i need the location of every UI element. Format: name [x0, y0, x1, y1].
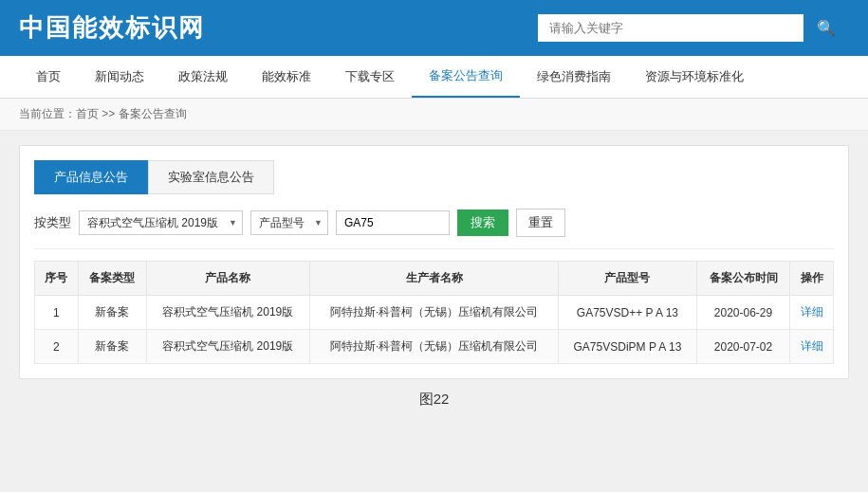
tab-lab-announcement[interactable]: 实验室信息公告 — [148, 160, 274, 194]
col-header-action: 操作 — [790, 262, 834, 296]
col-header-date: 备案公布时间 — [696, 262, 790, 296]
nav-item-standard[interactable]: 能效标准 — [245, 57, 328, 97]
filter-model-select-wrapper: 产品型号 — [250, 210, 328, 235]
filter-type-label: 按类型 — [34, 214, 71, 231]
search-btn[interactable]: 搜索 — [457, 210, 508, 236]
breadcrumb: 当前位置：首页 >> 备案公告查询 — [0, 99, 868, 131]
cell-date: 2020-06-29 — [696, 296, 790, 330]
figure-caption: 图22 — [19, 391, 849, 409]
nav-item-announcement[interactable]: 备案公告查询 — [412, 56, 520, 98]
tab-product-announcement[interactable]: 产品信息公告 — [34, 160, 148, 194]
col-header-manufacturer: 生产者名称 — [309, 262, 558, 296]
cell-product-name: 容积式空气压缩机 2019版 — [146, 296, 309, 330]
detail-link[interactable]: 详细 — [801, 305, 823, 319]
cell-manufacturer: 阿特拉斯·科普柯（无锡）压缩机有限公司 — [309, 296, 558, 330]
nav-item-resource[interactable]: 资源与环境标准化 — [628, 57, 761, 97]
site-title: 中国能效标识网 — [19, 11, 205, 45]
cell-product-name: 容积式空气压缩机 2019版 — [146, 330, 309, 364]
header: 中国能效标识网 🔍 — [0, 0, 868, 56]
nav-item-policy[interactable]: 政策法规 — [161, 57, 245, 97]
table-row: 1 新备案 容积式空气压缩机 2019版 阿特拉斯·科普柯（无锡）压缩机有限公司… — [35, 296, 834, 330]
nav-item-home[interactable]: 首页 — [19, 57, 78, 97]
search-bar: 🔍 — [538, 12, 849, 44]
cell-record-type: 新备案 — [78, 296, 146, 330]
nav: 首页 新闻动态 政策法规 能效标准 下载专区 备案公告查询 绿色消费指南 资源与… — [0, 56, 868, 99]
nav-item-news[interactable]: 新闻动态 — [78, 57, 161, 97]
col-header-index: 序号 — [35, 262, 79, 296]
main-content: 产品信息公告 实验室信息公告 按类型 容积式空气压缩机 2019版 产品型号 搜… — [0, 131, 868, 423]
reset-btn[interactable]: 重置 — [516, 209, 565, 237]
cell-model: GA75VSDiPM P A 13 — [559, 330, 696, 364]
tab-group: 产品信息公告 实验室信息公告 — [34, 160, 834, 194]
filter-model-select[interactable]: 产品型号 — [250, 210, 328, 235]
col-header-record-type: 备案类型 — [78, 262, 146, 296]
filter-search-input[interactable] — [336, 210, 450, 235]
cell-index: 1 — [35, 296, 79, 330]
cell-action[interactable]: 详细 — [790, 296, 834, 330]
cell-action[interactable]: 详细 — [790, 330, 834, 364]
search-input[interactable] — [538, 14, 803, 42]
results-table: 序号 备案类型 产品名称 生产者名称 产品型号 备案公布时间 操作 1 新备案 … — [34, 261, 834, 364]
cell-model: GA75VSD++ P A 13 — [559, 296, 696, 330]
nav-item-download[interactable]: 下载专区 — [328, 57, 412, 97]
detail-link[interactable]: 详细 — [801, 339, 823, 353]
cell-date: 2020-07-02 — [696, 330, 790, 364]
content-box: 产品信息公告 实验室信息公告 按类型 容积式空气压缩机 2019版 产品型号 搜… — [19, 145, 849, 379]
table-row: 2 新备案 容积式空气压缩机 2019版 阿特拉斯·科普柯（无锡）压缩机有限公司… — [35, 330, 834, 364]
filter-row: 按类型 容积式空气压缩机 2019版 产品型号 搜索 重置 — [34, 209, 834, 249]
col-header-product-name: 产品名称 — [146, 262, 309, 296]
filter-type-select-wrapper: 容积式空气压缩机 2019版 — [79, 210, 243, 235]
cell-manufacturer: 阿特拉斯·科普柯（无锡）压缩机有限公司 — [309, 330, 558, 364]
cell-index: 2 — [35, 330, 79, 364]
col-header-model: 产品型号 — [559, 262, 696, 296]
cell-record-type: 新备案 — [78, 330, 146, 364]
search-button[interactable]: 🔍 — [803, 12, 849, 44]
filter-type-select[interactable]: 容积式空气压缩机 2019版 — [79, 210, 243, 235]
nav-item-green[interactable]: 绿色消费指南 — [520, 57, 628, 97]
